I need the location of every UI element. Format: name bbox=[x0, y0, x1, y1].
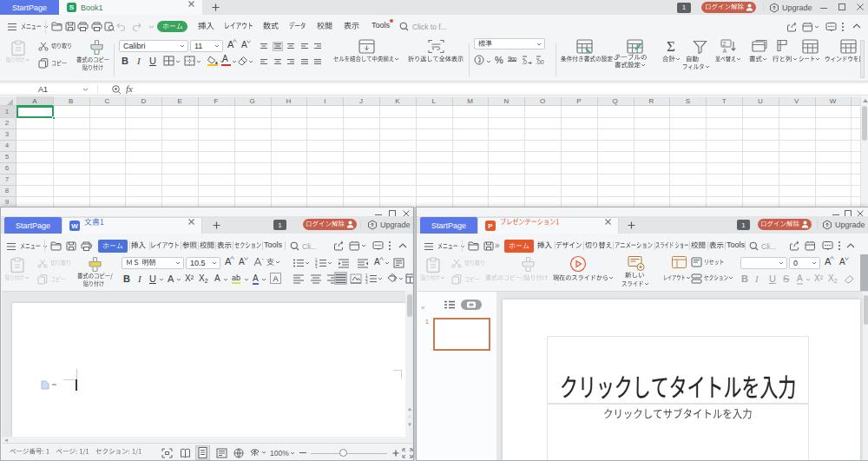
svg-text:2: 2 bbox=[723, 41, 727, 47]
svg-text:3: 3 bbox=[365, 280, 368, 284]
svg-text:.00: .00 bbox=[536, 59, 544, 65]
svg-text:3: 3 bbox=[315, 265, 318, 268]
svg-text:A: A bbox=[723, 48, 727, 54]
svg-text:.0: .0 bbox=[522, 59, 527, 65]
